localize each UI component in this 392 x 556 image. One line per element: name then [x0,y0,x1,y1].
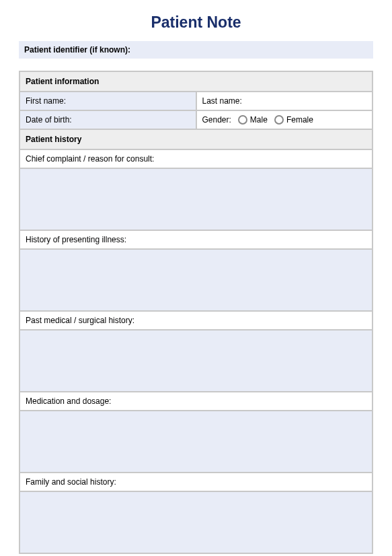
radio-icon [238,115,247,125]
pmh-box [19,330,373,392]
gender-male-label: Male [250,115,268,125]
dob-gender-row: Date of birth: Gender: Male Female [19,110,373,129]
patient-identifier-row[interactable]: Patient identifier (if known): [19,41,373,59]
pmh-label: Past medical / surgical history: [19,311,373,330]
gender-field: Gender: Male Female [196,110,373,129]
name-row: First name: Last name: [19,92,373,110]
hpi-input[interactable] [20,250,372,310]
hpi-label: History of presenting illness: [19,230,373,249]
family-input[interactable] [20,492,372,553]
first-name-field[interactable]: First name: [19,92,196,110]
section-patient-history: Patient history [19,129,373,149]
family-label: Family and social history: [19,473,373,491]
chief-complaint-label: Chief complaint / reason for consult: [19,149,373,168]
chief-complaint-input[interactable] [20,169,372,230]
meds-label: Medication and dosage: [19,392,373,411]
chief-complaint-box [19,168,373,230]
section-patient-information: Patient information [19,71,373,92]
page-title: Patient Note [19,13,373,32]
gender-label: Gender: [202,115,231,125]
pmh-input[interactable] [20,331,372,391]
family-box [19,491,373,553]
radio-icon [274,115,284,125]
dob-field[interactable]: Date of birth: [19,110,196,129]
patient-form: Patient information First name: Last nam… [19,71,373,554]
gender-female-label: Female [286,115,313,125]
hpi-box [19,249,373,311]
last-name-field[interactable]: Last name: [196,92,373,110]
gender-male-option[interactable]: Male [238,115,268,125]
meds-box [19,411,373,473]
meds-input[interactable] [20,411,372,472]
gender-female-option[interactable]: Female [274,115,313,125]
